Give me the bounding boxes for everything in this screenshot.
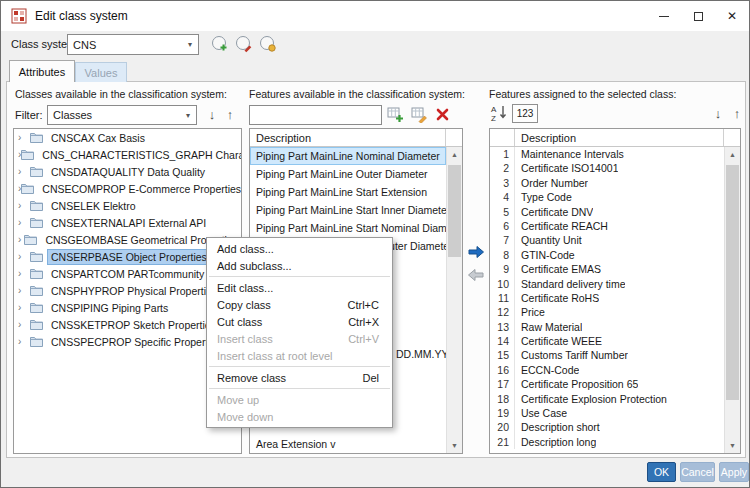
feature-list-item[interactable]: Piping Part MainLine Outer Diameter [250, 165, 446, 183]
numeric-sort-toggle[interactable]: 123 [512, 104, 538, 123]
chevron-right-icon[interactable]: › [18, 265, 30, 282]
menu-item-add-class[interactable]: Add class... [207, 240, 392, 257]
add-feature-icon[interactable] [387, 106, 405, 124]
chevron-down-icon[interactable]: ▾ [180, 111, 196, 120]
table-row[interactable]: 17Certificate Proposition 65 [490, 377, 724, 391]
tab-attributes[interactable]: Attributes [9, 60, 75, 82]
move-class-up-button[interactable]: ↑ [222, 105, 238, 125]
table-row[interactable]: 5Certificate DNV [490, 205, 724, 219]
sort-alpha-icon[interactable]: A Z [489, 103, 509, 123]
scrollbar-thumb[interactable] [448, 165, 461, 257]
tree-item[interactable]: ›CNSEXTERNALAPI External API [14, 214, 241, 231]
manage-rights-icon[interactable] [259, 35, 277, 53]
table-row[interactable]: 8GTIN-Code [490, 248, 724, 262]
folder-icon [30, 285, 45, 296]
scroll-up-icon[interactable]: ▲ [447, 147, 462, 162]
chevron-right-icon[interactable]: › [18, 248, 30, 265]
assigned-table-body[interactable]: 1Maintenance Intervals2Certificate ISO14… [490, 147, 724, 453]
row-number: 5 [490, 205, 515, 219]
delete-feature-icon[interactable] [435, 107, 453, 125]
table-row[interactable]: 18Certificate Explosion Protection [490, 392, 724, 406]
menu-item-copy-class[interactable]: Copy classCtrl+C [207, 296, 392, 313]
tree-item[interactable]: ›CNSDATAQUALITY Data Quality [14, 163, 241, 180]
feature-list-item-partial[interactable]: Area Extension v [256, 436, 335, 452]
table-row[interactable]: 13Raw Material [490, 320, 724, 334]
tree-item[interactable]: ›CNSCAX Cax Basis [14, 129, 241, 146]
scroll-down-icon[interactable]: ▼ [447, 438, 462, 453]
feature-list-item[interactable]: Piping Part MainLine Start Nominal Diame… [250, 219, 446, 237]
assign-feature-arrow-icon[interactable] [467, 244, 485, 260]
cancel-button[interactable]: Cancel [680, 462, 715, 482]
table-row[interactable]: 2Certificate ISO14001 [490, 161, 724, 175]
apply-button[interactable]: Apply [719, 462, 749, 482]
table-row[interactable]: 11Certificate RoHS [490, 291, 724, 305]
feature-list-item[interactable]: Piping Part MainLine Start Inner Diamete… [250, 201, 446, 219]
table-row[interactable]: 12Price [490, 305, 724, 319]
remove-feature-arrow-icon[interactable] [467, 267, 485, 283]
table-row[interactable]: 3Order Number [490, 176, 724, 190]
feature-list-header[interactable]: Description [250, 129, 462, 147]
move-feature-up-button[interactable]: ↑ [729, 104, 745, 124]
minimize-icon [659, 16, 669, 17]
menu-item-edit-class[interactable]: Edit class... [207, 279, 392, 296]
menu-item-remove-class[interactable]: Remove classDel [207, 369, 392, 386]
minimize-button[interactable] [647, 1, 681, 31]
scroll-up-icon[interactable]: ▲ [725, 147, 740, 162]
scroll-down-icon[interactable]: ▼ [725, 438, 740, 453]
filter-combobox[interactable]: Classes ▾ [47, 105, 197, 125]
table-row[interactable]: 20Description short [490, 420, 724, 434]
table-row[interactable]: 15Customs Tariff Number [490, 348, 724, 362]
move-feature-down-button[interactable]: ↓ [710, 104, 726, 124]
table-row[interactable]: 16ECCN-Code [490, 363, 724, 377]
move-class-down-button[interactable]: ↓ [204, 105, 220, 125]
table-row[interactable]: 4Type Code [490, 190, 724, 204]
table-row[interactable]: 19Use Case [490, 406, 724, 420]
feature-search-input[interactable] [249, 105, 382, 125]
menu-item-add-subclass[interactable]: Add subclass... [207, 257, 392, 274]
chevron-right-icon[interactable]: › [18, 282, 30, 299]
tree-item-label: CNSSKETPROP Sketch Properties [48, 318, 219, 332]
chevron-right-icon[interactable]: › [18, 129, 30, 146]
table-row[interactable]: 7Quantity Unit [490, 233, 724, 247]
tree-item[interactable]: ›CNSELEK Elektro [14, 197, 241, 214]
feature-list-scrollbar[interactable]: ▲ ▼ [446, 147, 462, 453]
chevron-right-icon[interactable]: › [18, 333, 30, 350]
folder-icon [30, 302, 45, 313]
scrollbar-thumb[interactable] [726, 165, 739, 400]
table-row[interactable]: 10Standard delivery time [490, 277, 724, 291]
class-system-combobox[interactable]: CNS ▾ [67, 34, 199, 55]
chevron-right-icon[interactable]: › [18, 316, 30, 333]
chevron-right-icon[interactable]: › [18, 299, 30, 316]
chevron-right-icon[interactable]: › [18, 214, 30, 231]
close-button[interactable]: ✕ [715, 1, 749, 31]
feature-list-item[interactable]: Piping Part MainLine Start Extension [250, 183, 446, 201]
table-row[interactable]: 21Description long [490, 435, 724, 449]
feature-list-item[interactable]: Piping Part MainLine Nominal Diameter [250, 147, 446, 165]
table-row[interactable]: 1Maintenance Intervals [490, 147, 724, 161]
assigned-feature-table[interactable]: Description 1Maintenance Intervals2Certi… [489, 128, 741, 454]
tree-item[interactable]: ›CNS_CHARACTERISTICS_GRAPH Characte... [14, 146, 241, 163]
ok-button[interactable]: OK [647, 462, 676, 482]
assigned-table-scrollbar[interactable]: ▲ ▼ [724, 147, 740, 453]
description-column-header[interactable]: Description [515, 129, 724, 146]
tab-values[interactable]: Values [75, 62, 127, 82]
table-row[interactable]: 6Certificate REACH [490, 219, 724, 233]
number-column-header[interactable] [490, 129, 515, 146]
description-column-header[interactable]: Description [250, 129, 446, 146]
add-class-system-icon[interactable] [211, 35, 229, 53]
maximize-button[interactable] [681, 1, 715, 31]
edit-class-system-icon[interactable] [235, 35, 253, 53]
table-row[interactable]: 9Certificate EMAS [490, 262, 724, 276]
chevron-right-icon[interactable]: › [18, 163, 30, 180]
folder-icon [30, 268, 45, 279]
table-row[interactable]: 14Certificate WEEE [490, 334, 724, 348]
tree-item[interactable]: ›CNSECOMPROP E-Commerce Properties [14, 180, 241, 197]
filter-label: Filter: [15, 109, 43, 121]
edit-feature-icon[interactable] [411, 106, 429, 124]
chevron-right-icon[interactable]: › [18, 197, 30, 214]
title-bar[interactable]: Edit class system ✕ [1, 1, 749, 31]
folder-icon [30, 217, 45, 228]
menu-item-cut-class[interactable]: Cut classCtrl+X [207, 313, 392, 330]
chevron-down-icon[interactable]: ▾ [182, 40, 198, 49]
assigned-table-header[interactable]: Description [490, 129, 740, 147]
